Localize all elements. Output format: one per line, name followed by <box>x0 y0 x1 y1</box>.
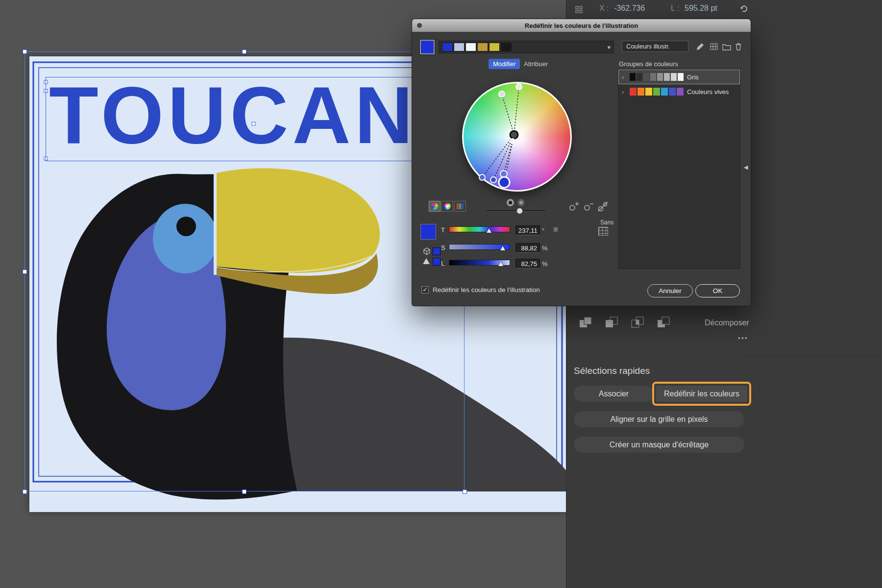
luminosity-label: L <box>441 260 444 267</box>
luminosity-slider-thumb[interactable] <box>498 262 503 266</box>
color-wheel[interactable] <box>462 82 572 192</box>
warning-color-chip[interactable] <box>433 258 441 266</box>
pathfinder-unite-icon[interactable] <box>579 316 593 329</box>
unlink-harmony-icon[interactable] <box>597 201 609 212</box>
color-groups-list: › Gris › Couleurs vives <box>618 69 740 269</box>
selection-handle-nw[interactable] <box>23 49 27 54</box>
eyedropper-icon[interactable] <box>695 42 705 51</box>
gamut-color-chip[interactable] <box>433 247 441 255</box>
group-swatch-strip <box>630 88 684 96</box>
collapse-panel-arrow-icon[interactable]: ◀ <box>744 164 748 171</box>
recolor-checkbox[interactable]: ✓ <box>421 286 429 294</box>
save-swatches-icon[interactable] <box>709 42 719 51</box>
trash-icon[interactable] <box>734 42 743 51</box>
color-bars-mode-icon[interactable] <box>454 201 466 212</box>
selection-handle-se[interactable] <box>463 490 467 494</box>
clipping-mask-button[interactable]: Créer un masque d'écrêtage <box>574 437 744 453</box>
limit-library-grid-icon[interactable] <box>598 227 608 236</box>
color-swatch[interactable] <box>442 43 453 51</box>
color-swatch[interactable] <box>677 88 684 96</box>
luminosity-slider[interactable] <box>449 260 510 266</box>
ok-button[interactable]: OK <box>695 284 740 297</box>
color-swatch[interactable] <box>669 88 676 96</box>
hue-slider[interactable] <box>449 226 510 232</box>
color-swatch[interactable] <box>630 73 636 81</box>
color-swatch[interactable] <box>454 43 465 51</box>
artboard-grid-icon[interactable] <box>575 5 584 14</box>
dialog-titlebar[interactable]: Redéfinir les couleurs de l'illustration <box>412 19 751 32</box>
luminosity-value-field[interactable]: 82,75 <box>515 259 540 269</box>
selection-handle-n[interactable] <box>242 49 246 54</box>
saturation-slider-thumb[interactable] <box>500 246 505 250</box>
recolor-artwork-button[interactable]: Redéfinir les couleurs <box>656 386 747 402</box>
tab-edit[interactable]: Modifier <box>489 59 520 69</box>
color-group-row-vives[interactable]: › Couleurs vives <box>618 84 740 99</box>
align-pixel-grid-button[interactable]: Aligner sur la grille en pixels <box>574 411 744 427</box>
width-value[interactable]: 595.28 pt <box>685 4 717 13</box>
color-swatch[interactable] <box>678 73 684 81</box>
wheel-mode-group <box>429 201 466 212</box>
recolor-highlight-frame: Redéfinir les couleurs <box>652 382 751 406</box>
width-label: L : <box>671 4 679 13</box>
pathfinder-exclude-icon[interactable] <box>657 316 671 329</box>
color-library-field[interactable]: Couleurs illustr. <box>622 41 688 52</box>
selection-handle-s[interactable] <box>242 490 246 494</box>
group-label: Couleurs vives <box>687 88 729 96</box>
color-swatch[interactable] <box>650 73 656 81</box>
color-swatch[interactable] <box>466 43 476 51</box>
pathfinder-minus-front-icon[interactable] <box>605 316 619 329</box>
artboard-headline-text[interactable]: TOUCAN <box>49 75 417 156</box>
saturation-label: S <box>441 244 445 251</box>
slider-menu-icon[interactable]: ≡ <box>553 225 558 235</box>
current-color-swatch[interactable] <box>420 40 435 54</box>
color-swatch[interactable] <box>645 88 652 96</box>
color-swatch[interactable] <box>637 73 642 81</box>
remove-color-icon[interactable] <box>583 201 594 212</box>
hue-value-field[interactable]: 237,11 <box>515 225 540 235</box>
color-swatch[interactable] <box>489 43 500 51</box>
color-swatch[interactable] <box>653 88 660 96</box>
saturation-slider[interactable] <box>449 244 510 250</box>
color-swatch[interactable] <box>637 88 644 96</box>
color-preset-dropdown[interactable]: ▾ <box>439 41 614 53</box>
active-color-swatch[interactable] <box>420 224 436 240</box>
color-swatch[interactable] <box>630 88 637 96</box>
dialog-close-icon[interactable] <box>417 23 422 28</box>
color-swatch[interactable] <box>657 73 663 81</box>
wheel-brightness-slider[interactable] <box>487 210 545 212</box>
group-label: Gris <box>687 74 699 81</box>
color-swatch[interactable] <box>664 73 670 81</box>
limit-none-label: Sans <box>600 219 613 226</box>
associate-button[interactable]: Associer <box>574 386 654 402</box>
chevron-down-icon[interactable]: ▾ <box>607 44 611 51</box>
color-swatch[interactable] <box>661 88 668 96</box>
chevron-right-icon[interactable]: › <box>622 74 626 81</box>
rotate-view-icon[interactable] <box>739 4 749 14</box>
x-coordinate-value[interactable]: -362.736 <box>614 4 645 13</box>
saturation-value-field[interactable]: 88,82 <box>515 243 540 253</box>
cancel-button[interactable]: Annuler <box>647 284 693 297</box>
hue-slider-thumb[interactable] <box>487 228 491 233</box>
tab-assign[interactable]: Attribuer <box>519 59 552 69</box>
show-brightness-toggle[interactable] <box>507 199 514 206</box>
color-swatch[interactable] <box>643 73 649 81</box>
color-swatch[interactable] <box>501 43 512 51</box>
smooth-wheel-mode-icon[interactable] <box>429 201 441 212</box>
selection-handle-sw[interactable] <box>23 490 27 494</box>
segmented-wheel-mode-icon[interactable] <box>441 201 453 212</box>
add-color-icon[interactable] <box>568 201 580 212</box>
show-saturation-toggle[interactable] <box>517 199 525 206</box>
selection-handle-w[interactable] <box>23 270 27 274</box>
color-swatch[interactable] <box>671 73 677 81</box>
more-options-dots[interactable]: ••• <box>738 334 748 342</box>
folder-icon[interactable] <box>722 42 732 51</box>
color-group-row-gris[interactable]: › Gris <box>618 70 740 84</box>
dialog-title: Redéfinir les couleurs de l'illustration <box>525 22 638 29</box>
wheel-brightness-thumb[interactable] <box>516 208 523 214</box>
color-swatch[interactable] <box>477 43 488 51</box>
pathfinder-intersect-icon[interactable] <box>631 316 645 329</box>
expand-button[interactable]: Décomposer <box>705 318 749 327</box>
chevron-right-icon[interactable]: › <box>622 88 626 96</box>
out-of-gamut-cube-icon[interactable] <box>423 247 431 255</box>
web-warning-icon[interactable] <box>423 258 430 264</box>
